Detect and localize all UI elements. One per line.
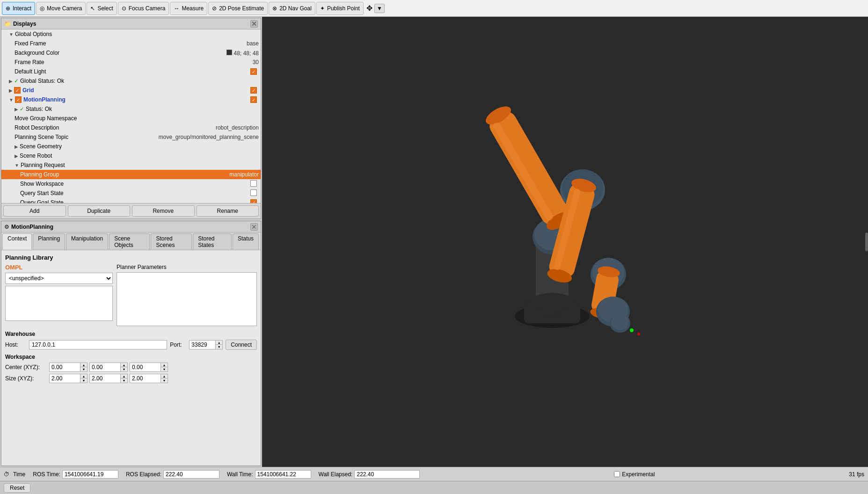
port-down-btn[interactable]: ▼ bbox=[216, 345, 222, 349]
tab-manipulation[interactable]: Manipulation bbox=[66, 233, 108, 250]
tree-item-query-start-state[interactable]: Query Start State bbox=[1, 189, 261, 198]
port-wrap: ▲ ▼ bbox=[189, 340, 223, 349]
tree-item-grid[interactable]: ▶ Grid bbox=[1, 86, 261, 95]
mp-check2[interactable] bbox=[250, 96, 257, 103]
port-spinner[interactable]: ▲ ▼ bbox=[215, 341, 222, 349]
tree-item-planning-scene-topic[interactable]: Planning Scene Topic move_group/monitore… bbox=[1, 132, 261, 142]
port-up-btn[interactable]: ▲ bbox=[216, 341, 222, 345]
experimental-label: Experimental bbox=[622, 471, 655, 478]
move-camera-button[interactable]: Move Camera bbox=[36, 2, 86, 15]
grid-checkbox[interactable] bbox=[14, 87, 21, 94]
tree-item-status-ok[interactable]: ▶ ✓ Status: Ok bbox=[1, 104, 261, 114]
show-workspace-checkbox[interactable] bbox=[250, 180, 257, 187]
size-x-spin[interactable]: ▲ ▼ bbox=[80, 374, 87, 383]
ros-elapsed-label: ROS Elapsed: bbox=[126, 471, 161, 478]
grid-check2[interactable] bbox=[250, 87, 257, 94]
tab-planning[interactable]: Planning bbox=[33, 233, 65, 250]
tree-item-robot-description[interactable]: Robot Description robot_description bbox=[1, 123, 261, 132]
cx-down[interactable]: ▼ bbox=[80, 367, 87, 371]
sx-up[interactable]: ▲ bbox=[80, 374, 87, 378]
port-label: Port: bbox=[170, 341, 186, 348]
tree-item-frame-rate[interactable]: Frame Rate 30 bbox=[1, 58, 261, 67]
duplicate-button[interactable]: Duplicate bbox=[68, 205, 131, 217]
rename-button[interactable]: Rename bbox=[197, 205, 259, 217]
measure-button[interactable]: Measure bbox=[170, 2, 207, 15]
viewport[interactable] bbox=[262, 17, 868, 467]
resize-handle[interactable] bbox=[865, 232, 868, 251]
tab-context[interactable]: Context bbox=[2, 233, 32, 250]
port-input[interactable] bbox=[190, 341, 215, 349]
select-button[interactable]: Select bbox=[87, 2, 117, 15]
tree-item-scene-geometry[interactable]: ▶ Scene Geometry bbox=[1, 142, 261, 151]
wall-time-input[interactable] bbox=[255, 470, 311, 479]
sz-down[interactable]: ▼ bbox=[161, 378, 168, 383]
default-light-checkbox[interactable] bbox=[250, 68, 257, 75]
tree-item-show-workspace[interactable]: Show Workspace bbox=[1, 179, 261, 189]
tab-stored-states[interactable]: Stored States bbox=[193, 233, 232, 250]
tree-item-scene-robot[interactable]: ▶ Scene Robot bbox=[1, 151, 261, 160]
size-y-spin[interactable]: ▲ ▼ bbox=[120, 374, 127, 383]
size-y-input[interactable] bbox=[90, 374, 120, 383]
focus-camera-button[interactable]: Focus Camera bbox=[118, 2, 169, 15]
planner-select[interactable]: <unspecified> bbox=[5, 273, 113, 284]
tree-item-planning-request[interactable]: ▼ Planning Request bbox=[1, 160, 261, 170]
center-y-input[interactable] bbox=[90, 363, 120, 371]
toolbar-more-icon[interactable]: ▼ bbox=[374, 4, 385, 13]
interact-button[interactable]: Interact bbox=[2, 2, 35, 15]
scene-geo-arrow: ▶ bbox=[15, 144, 18, 149]
reset-button[interactable]: Reset bbox=[4, 483, 30, 493]
camera-icon bbox=[40, 5, 45, 12]
tree-item-global-options[interactable]: ▼ Global Options bbox=[1, 29, 261, 39]
host-input[interactable] bbox=[29, 340, 167, 349]
sx-down[interactable]: ▼ bbox=[80, 378, 87, 383]
sy-up[interactable]: ▲ bbox=[121, 374, 127, 378]
tab-scene-objects[interactable]: Scene Objects bbox=[109, 233, 150, 250]
cy-up[interactable]: ▲ bbox=[121, 363, 127, 367]
experimental-checkbox[interactable] bbox=[614, 471, 620, 477]
query-goal-checkbox[interactable] bbox=[250, 199, 257, 203]
ros-elapsed-input[interactable] bbox=[163, 470, 219, 479]
size-z-spin[interactable]: ▲ ▼ bbox=[160, 374, 168, 383]
size-y-wrap: ▲ ▼ bbox=[89, 374, 128, 383]
cy-down[interactable]: ▼ bbox=[121, 367, 127, 371]
center-x-spin[interactable]: ▲ ▼ bbox=[80, 363, 87, 371]
publish-point-button[interactable]: Publish Point bbox=[316, 2, 364, 15]
motion-header: ⚙ MotionPlanning ✕ bbox=[1, 221, 261, 232]
tree-item-background-color[interactable]: Background Color 48; 48; 48 bbox=[1, 48, 261, 58]
add-button[interactable]: Add bbox=[3, 205, 66, 217]
motion-close-btn[interactable]: ✕ bbox=[250, 223, 258, 231]
planner-params-box[interactable] bbox=[117, 272, 257, 326]
tree-item-default-light[interactable]: Default Light bbox=[1, 67, 261, 76]
query-start-checkbox[interactable] bbox=[250, 189, 257, 196]
tree-item-planning-group[interactable]: Planning Group manipulator bbox=[1, 170, 261, 179]
displays-close-btn[interactable]: ✕ bbox=[250, 20, 258, 28]
planner-list-box[interactable] bbox=[5, 286, 113, 321]
size-x-input[interactable] bbox=[50, 374, 80, 383]
center-z-input[interactable] bbox=[130, 363, 160, 371]
wall-elapsed-input[interactable] bbox=[354, 470, 420, 479]
cz-down[interactable]: ▼ bbox=[161, 367, 168, 371]
tree-item-move-group-ns[interactable]: Move Group Namespace bbox=[1, 114, 261, 123]
tree-item-global-status[interactable]: ▶ ✓ Global Status: Ok bbox=[1, 76, 261, 86]
tree-item-fixed-frame[interactable]: Fixed Frame base bbox=[1, 39, 261, 48]
mp-checkbox[interactable] bbox=[15, 96, 22, 103]
cz-up[interactable]: ▲ bbox=[161, 363, 168, 367]
grid-label: Grid bbox=[22, 87, 250, 94]
sz-up[interactable]: ▲ bbox=[161, 374, 168, 378]
connect-button[interactable]: Connect bbox=[226, 340, 257, 350]
tree-item-motion-planning[interactable]: ▼ MotionPlanning bbox=[1, 95, 261, 104]
remove-button[interactable]: Remove bbox=[132, 205, 195, 217]
svg-point-27 bbox=[611, 314, 629, 330]
ros-time-input[interactable] bbox=[62, 470, 118, 479]
tree-item-query-goal-state[interactable]: Query Goal State bbox=[1, 198, 261, 203]
center-x-input[interactable] bbox=[50, 363, 80, 371]
tab-status[interactable]: Status bbox=[233, 233, 259, 250]
nav-goal-button[interactable]: 2D Nav Goal bbox=[269, 2, 315, 15]
sy-down[interactable]: ▼ bbox=[121, 378, 127, 383]
center-y-spin[interactable]: ▲ ▼ bbox=[120, 363, 127, 371]
tab-stored-scenes[interactable]: Stored Scenes bbox=[151, 233, 192, 250]
center-z-spin[interactable]: ▲ ▼ bbox=[160, 363, 168, 371]
size-z-input[interactable] bbox=[130, 374, 160, 383]
pose-estimate-button[interactable]: 2D Pose Estimate bbox=[208, 2, 268, 15]
cx-up[interactable]: ▲ bbox=[80, 363, 87, 367]
